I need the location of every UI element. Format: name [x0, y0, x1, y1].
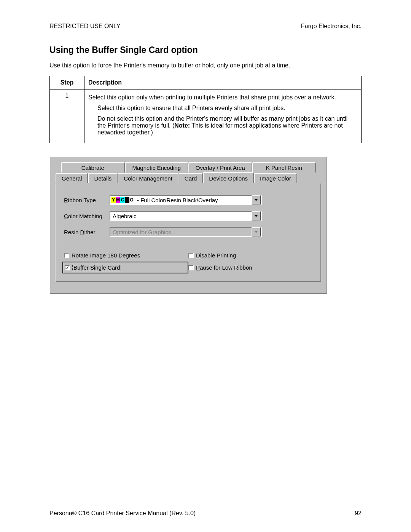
checkbox-icon	[64, 253, 69, 258]
resin-dither-value: Optimized for Graphics	[111, 229, 252, 235]
pause-low-ribbon-checkbox[interactable]: Pause for Low Ribbon	[188, 262, 313, 273]
color-matching-label: Color Matching	[64, 213, 106, 219]
chevron-down-icon	[255, 199, 258, 201]
tab-details[interactable]: Details	[88, 173, 118, 183]
ribbon-type-value: - Full Color/Resin Black/Overlay	[135, 197, 252, 203]
chevron-down-icon	[255, 215, 258, 217]
color-matching-dropdown-button[interactable]	[252, 211, 261, 220]
resin-dither-dropdown-button	[252, 227, 261, 236]
step-header: Step	[50, 76, 84, 89]
ribbon-type-dropdown-button[interactable]	[252, 195, 261, 204]
tab-overlay-print-area[interactable]: Overlay / Print Area	[188, 162, 252, 173]
tab-card[interactable]: Card	[178, 173, 203, 183]
page-footer-left: Persona® C16 Card Printer Service Manual…	[49, 510, 196, 517]
tab-k-panel-resin[interactable]: K Panel Resin	[252, 162, 316, 173]
note-label: Note:	[174, 122, 190, 129]
tab-image-color[interactable]: Image Color	[254, 173, 297, 183]
ribbon-type-label: Ribbon Type	[64, 197, 106, 203]
desc-header: Description	[84, 76, 362, 89]
section-title: Using the Buffer Single Card option	[49, 45, 362, 55]
page-footer-right: 92	[355, 510, 362, 517]
step-desc: Select this option only when printing to…	[84, 89, 362, 143]
intro-text: Use this option to force the Printer's m…	[49, 62, 362, 69]
printer-options-dialog: Calibrate Magnetic Encoding Overlay / Pr…	[49, 156, 327, 294]
steps-table: Step Description 1 Select this option on…	[49, 76, 362, 143]
device-options-panel: Ribbon Type YMCKO - Full Color/Resin Bla…	[56, 184, 321, 282]
disable-printing-checkbox[interactable]: Disable Printing	[188, 252, 313, 259]
tab-magnetic-encoding[interactable]: Magnetic Encoding	[125, 162, 189, 173]
buffer-single-card-highlight: Buffer Single Card	[62, 262, 188, 273]
desc-p1: Select this option only when printing to…	[88, 94, 357, 101]
buffer-single-card-label[interactable]: Buffer Single Card	[72, 264, 121, 271]
tab-color-management[interactable]: Color Management	[118, 173, 178, 183]
resin-dither-label: Resin Dither	[64, 229, 106, 235]
disable-printing-label: Disable Printing	[196, 252, 236, 259]
color-matching-value: Algebraic	[111, 213, 252, 219]
tab-calibrate[interactable]: Calibrate	[61, 162, 125, 173]
step-num: 1	[50, 89, 84, 143]
chevron-down-icon	[255, 231, 258, 233]
tab-general[interactable]: General	[56, 173, 88, 183]
checkbox-icon	[188, 265, 194, 270]
pause-low-ribbon-label: Pause for Low Ribbon	[196, 264, 252, 271]
color-matching-combo[interactable]: Algebraic	[110, 211, 262, 221]
page-header-left: RESTRICTED USE ONLY	[49, 23, 120, 30]
rotate-180-checkbox[interactable]: Rotate Image 180 Degrees	[64, 252, 188, 259]
desc-p2: Select this option to ensure that all Pr…	[97, 105, 357, 112]
desc-p3: Do not select this option and the Printe…	[97, 115, 357, 136]
rotate-180-label: Rotate Image 180 Degrees	[72, 252, 140, 259]
ribbon-type-combo[interactable]: YMCKO - Full Color/Resin Black/Overlay	[110, 195, 262, 205]
resin-dither-combo: Optimized for Graphics	[110, 227, 262, 237]
page-header-right: Fargo Electronics, Inc.	[301, 23, 362, 30]
ymcko-icon: YMCKO	[111, 197, 134, 203]
checkbox-checked-icon[interactable]	[65, 265, 70, 270]
checkbox-icon	[188, 253, 194, 258]
tab-device-options[interactable]: Device Options	[203, 172, 254, 183]
